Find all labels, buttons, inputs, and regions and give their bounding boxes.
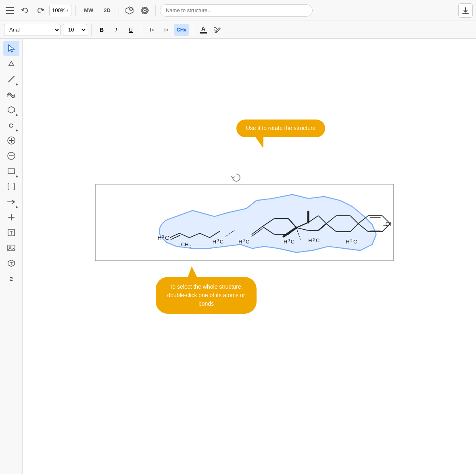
plus-icon [8,214,15,221]
text-tool[interactable]: T [3,225,19,240]
svg-text:H: H [284,239,287,245]
name-to-structure-input[interactable] [160,4,313,17]
separator-1 [75,5,76,16]
svg-text:3: 3 [350,238,352,242]
svg-point-29 [9,246,10,248]
select-icon [7,44,15,53]
rectangle-icon [7,168,15,175]
rect-tool-arrow: ▶ [16,175,18,178]
svg-line-15 [8,76,14,82]
svg-rect-1 [6,10,14,11]
menu-button[interactable] [3,4,16,17]
arrow-tool-arrow: ▶ [16,206,18,209]
ring-tool[interactable]: ▶ [3,103,19,117]
download-button[interactable] [458,3,473,18]
svg-text:3: 3 [217,238,219,242]
highlight-button[interactable] [212,24,224,36]
redo-button[interactable] [34,4,47,17]
clean-icon [7,259,16,268]
svg-marker-13 [8,45,14,52]
svg-text:H: H [213,239,216,245]
svg-text:⬡: ⬡ [130,8,132,10]
text-tool-icon: T [7,228,16,237]
subscript-button[interactable]: Tx [160,24,172,36]
svg-text:3: 3 [288,238,290,242]
rectangle-tool[interactable]: ▶ [3,164,19,178]
plus-tool[interactable] [3,210,19,224]
bond-tool[interactable]: ▶ [3,72,19,86]
svg-text:C: C [291,239,294,245]
svg-marker-16 [8,107,15,113]
ch-button[interactable]: CHx [174,24,189,36]
left-sidebar: ▶ ▶ C ▶ [0,39,23,474]
svg-text:H: H [308,237,312,243]
svg-text:C: C [316,237,319,243]
structure-template-button[interactable]: ⬡ [123,4,136,17]
bond-icon [7,75,15,83]
font-color-bar [200,32,207,34]
ring-icon [7,105,16,114]
font-color-label: A [201,26,205,31]
separator-fmt-2 [141,24,141,36]
zoom-control[interactable]: 100% ▾ [49,5,71,16]
rotate-handle[interactable] [231,172,242,183]
undo-button[interactable] [19,4,31,17]
eraser-tool[interactable] [3,57,19,71]
svg-rect-28 [8,245,15,251]
zoom-value: 100% [52,7,65,13]
image-tool[interactable] [3,241,19,255]
plus-charge-icon [7,136,16,145]
freehand-tool[interactable] [3,87,19,102]
svg-point-9 [144,10,146,11]
superscript-button[interactable]: Tx [145,24,157,36]
underline-button[interactable]: U [125,24,137,36]
svg-rect-22 [8,169,15,174]
carbon-tool-arrow: ▶ [16,129,18,132]
bond-tool-arrow: ▶ [16,83,18,86]
svg-text:C: C [353,239,357,245]
svg-text:3: 3 [313,237,315,241]
svg-text:C: C [246,239,249,245]
bracket-icon [7,182,16,191]
mw-button[interactable]: MW [80,6,97,15]
pencil-icon [214,26,222,34]
clean-tool[interactable] [3,256,19,271]
reaction-arrow-icon [7,198,16,206]
select-tool[interactable] [3,41,19,56]
reaction-arrow-tool[interactable]: ▶ [3,195,19,209]
atom-button[interactable] [138,4,151,17]
svg-text:3: 3 [243,238,245,242]
plus-charge-tool[interactable] [3,133,19,148]
separator-fmt-1 [91,24,92,36]
carbon-chain-tool[interactable]: C ▶ [3,118,19,132]
svg-text:3: 3 [162,234,164,239]
molecule-container[interactable]: H 3 C CH 3 H 3 [95,184,394,261]
font-family-select[interactable]: Arial Times New Roman Helvetica [4,24,61,36]
italic-button[interactable]: I [110,24,122,36]
zoom-arrow: ▾ [67,8,69,13]
svg-rect-0 [6,7,14,8]
svg-text:3: 3 [189,244,191,248]
font-size-select[interactable]: 8 9 10 11 12 14 16 [63,24,87,36]
svg-text:OH: OH [385,221,393,227]
script-tool[interactable]: ƨ [3,271,19,286]
svg-text:C: C [220,239,223,245]
top-toolbar: 100% ▾ MW 2D ⬡ [0,0,476,21]
separator-fmt-3 [193,24,193,36]
script-icon: ƨ [9,274,13,283]
separator-2 [119,5,119,16]
image-icon [7,244,16,252]
minus-charge-tool[interactable] [3,149,19,163]
eraser-icon [7,60,15,68]
svg-text:CH: CH [181,241,189,247]
2d-button[interactable]: 2D [100,6,115,15]
molecule-svg: H 3 C CH 3 H 3 [96,185,393,260]
main-area: ▶ ▶ C ▶ [0,39,476,474]
font-color-button[interactable]: A [197,24,209,36]
bold-button[interactable]: B [96,24,108,36]
format-toolbar: Arial Times New Roman Helvetica 8 9 10 1… [0,21,476,39]
canvas-area[interactable]: Use it to rotate the structure [23,39,476,474]
freehand-icon [7,91,16,98]
svg-text:H: H [346,239,349,245]
bracket-tool[interactable] [3,179,19,194]
